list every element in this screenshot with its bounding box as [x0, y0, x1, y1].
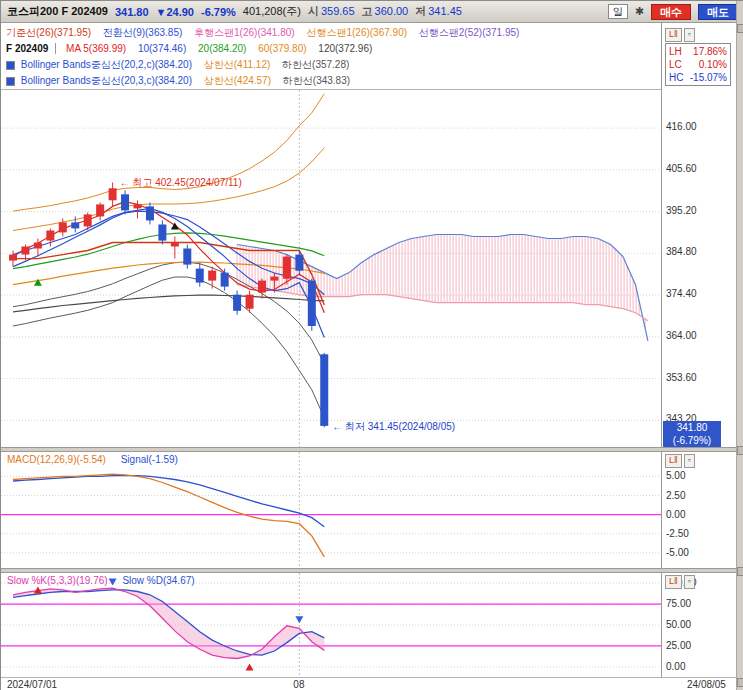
y-axis-label: -2.50: [666, 528, 689, 539]
left-arrow-icon: ←: [120, 177, 130, 188]
panel-menu-button[interactable]: ▫: [684, 575, 695, 589]
main-chart-panel[interactable]: ← 최고 402.45(2024/07/11) ← 최저 341.45(2024…: [1, 89, 661, 448]
y-axis-label: 5.00: [666, 470, 685, 481]
hc-row: HC-15.07%: [669, 71, 727, 84]
date-label-end: 24/08/05: [687, 679, 726, 690]
legend-row-ma: F 202409 MA 5(369.99) 10(374.46) 20(384.…: [6, 41, 659, 57]
last-price: 341.80: [115, 6, 149, 18]
macd-legend-macd: MACD(12,26,9)(-5.54): [7, 454, 106, 465]
legend-lagging-span: 후행스팬1(26)(341.80): [194, 27, 295, 38]
y-axis-label: 0.00: [666, 661, 685, 672]
macd-panel[interactable]: MACD(12,26,9)(-5.54) Signal(-1.59): [1, 452, 661, 568]
y-axis-label: 0.00: [666, 509, 685, 520]
stoch-legend-k: Slow %K(5,3,3)(19.76): [7, 575, 108, 586]
annotation-low: ← 최저 341.45(2024/08/05): [332, 420, 455, 434]
panel-splitter[interactable]: [1, 568, 743, 573]
date-axis: 2024/07/01 08 24/08/05: [1, 677, 736, 690]
stoch-legend-d: Slow %D(34.67): [122, 575, 194, 586]
price-change: ▼24.90: [156, 6, 194, 18]
current-price-badge: 341.80 (-6.79%): [663, 421, 721, 447]
high-price: 고360.00: [362, 4, 409, 19]
legend-ma20: 20(384.20): [198, 43, 246, 54]
stoch-panel-controls: L‖ ▫: [665, 575, 695, 589]
main-panel-controls: L‖ ▫: [665, 28, 695, 42]
low-price: 저341.45: [415, 4, 462, 19]
legend-ma120: 120(372.96): [318, 43, 372, 54]
date-label-start: 2024/07/01: [7, 679, 57, 690]
lc-row: LC0.10%: [669, 58, 727, 71]
chart-window: 코스피200 F 202409 341.80 ▼24.90 -6.79% 401…: [0, 0, 743, 690]
legend-base-line: 기준선(26)(371.95): [6, 27, 91, 38]
gear-icon[interactable]: ✱: [635, 5, 644, 18]
y-axis-label: 384.80: [666, 246, 697, 257]
legend-row-bollinger3: Bollinger Bands중심선(20,3,c)(384.20) 상한선(4…: [6, 73, 659, 89]
scale-toggle-button[interactable]: L‖: [665, 28, 682, 42]
bollinger2-swatch-icon: [6, 61, 15, 70]
y-axis-label: 405.60: [666, 163, 697, 174]
volume: 401,208(주): [243, 4, 301, 19]
legend-boll3-lower: 하한선(343.83): [283, 75, 350, 86]
y-axis-label: 2.50: [666, 490, 685, 501]
scale-toggle-button[interactable]: L‖: [665, 575, 682, 589]
legend-ma10: 10(374.46): [138, 43, 186, 54]
price-axis: L‖ ▫ LH17.86% LC0.10% HC-15.07% 341.80 (…: [661, 23, 736, 690]
open-price: 시359.65: [308, 4, 355, 19]
sell-button[interactable]: 매도: [698, 4, 738, 20]
lh-lc-hc-box: LH17.86% LC0.10% HC-15.07%: [665, 43, 731, 86]
stoch-canvas[interactable]: [1, 573, 661, 677]
legend-boll2-center: Bollinger Bands중심선(20,2,c)(384.20): [21, 59, 192, 70]
y-axis-label: 50.00: [666, 619, 691, 630]
scrollbar-handle[interactable]: [737, 446, 743, 455]
legend-leading-span1: 선행스팬1(26)(367.90): [306, 27, 407, 38]
legend-ma60: 60(379.80): [258, 43, 306, 54]
bollinger3-swatch-icon: [6, 77, 15, 86]
panel-splitter[interactable]: [1, 447, 743, 452]
y-axis-label: 416.00: [666, 121, 697, 132]
panel-menu-button[interactable]: ▫: [684, 28, 695, 42]
macd-legend: MACD(12,26,9)(-5.54) Signal(-1.59): [7, 454, 190, 465]
scrollbar-handle[interactable]: [737, 678, 743, 687]
stoch-legend: Slow %K(5,3,3)(19.76) Slow %D(34.67): [7, 575, 207, 586]
y-axis-label: 25.00: [666, 640, 691, 651]
legend-boll2-lower: 하한선(357.28): [282, 59, 349, 70]
price-change-pct: -6.79%: [201, 6, 236, 18]
y-axis-label: 374.40: [666, 288, 697, 299]
header-bar: 코스피200 F 202409 341.80 ▼24.90 -6.79% 401…: [1, 1, 743, 23]
left-arrow-icon: ←: [332, 421, 342, 432]
period-day-button[interactable]: 일: [608, 4, 628, 19]
legend-boll3-center: Bollinger Bands중심선(20,3,c)(384.20): [21, 75, 192, 86]
legend-conversion-line: 전환선(9)(363.85): [103, 27, 182, 38]
legend-boll3-upper: 상한선(424.57): [204, 75, 271, 86]
legend-row-bollinger2: Bollinger Bands중심선(20,2,c)(384.20) 상한선(4…: [6, 57, 659, 73]
y-axis-label: 353.60: [666, 372, 697, 383]
vertical-scrollbar[interactable]: [736, 1, 743, 690]
y-axis-label: 75.00: [666, 598, 691, 609]
y-axis-label: -5.00: [666, 547, 689, 558]
legend-ma5: MA 5(369.99): [66, 43, 126, 54]
macd-panel-controls: L‖ ▫: [665, 454, 695, 468]
lh-row: LH17.86%: [669, 45, 727, 58]
annotation-high: ← 최고 402.45(2024/07/11): [120, 176, 242, 190]
legend-boll2-upper: 상한선(411.12): [204, 59, 271, 70]
y-axis-label: 364.00: [666, 330, 697, 341]
scale-toggle-button[interactable]: L‖: [665, 454, 682, 468]
legend-leading-span2: 선행스팬2(52)(371.95): [419, 27, 520, 38]
main-chart-canvas[interactable]: [1, 90, 661, 448]
macd-legend-signal: Signal(-1.59): [121, 454, 178, 465]
panel-menu-button[interactable]: ▫: [684, 454, 695, 468]
indicator-legend: 기준선(26)(371.95) 전환선(9)(363.85) 후행스팬1(26)…: [1, 23, 659, 89]
y-axis-label: 395.20: [666, 205, 697, 216]
date-label-month: 08: [293, 679, 304, 690]
legend-contract: F 202409: [6, 43, 56, 54]
legend-row-ichimoku: 기준선(26)(371.95) 전환선(9)(363.85) 후행스팬1(26)…: [6, 25, 659, 41]
scrollbar-handle[interactable]: [737, 24, 743, 33]
macd-canvas[interactable]: [1, 452, 661, 568]
symbol-title: 코스피200 F 202409: [7, 4, 108, 19]
buy-button[interactable]: 매수: [651, 4, 691, 20]
scrollbar-handle[interactable]: [737, 567, 743, 576]
stochastic-panel[interactable]: Slow %K(5,3,3)(19.76) Slow %D(34.67): [1, 573, 661, 677]
